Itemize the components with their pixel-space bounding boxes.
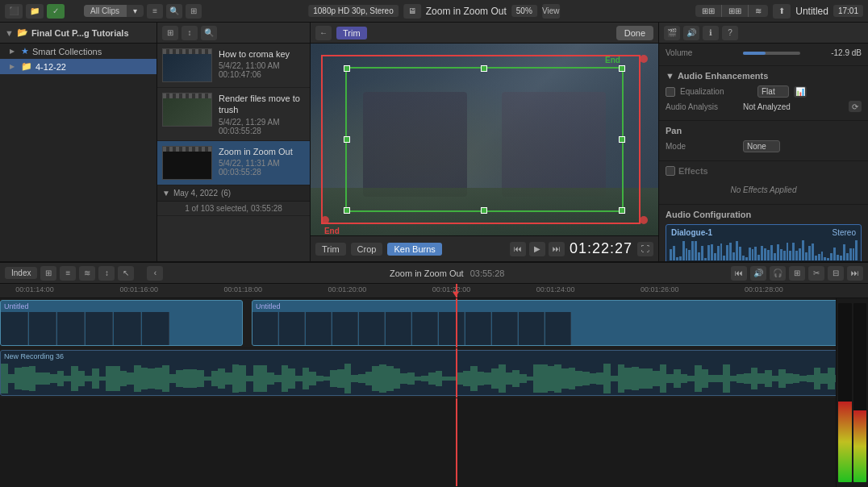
date-group-arrow[interactable]: ▼ bbox=[162, 189, 170, 198]
audio-analysis-row: Audio Analysis Not Analyzed ⟳ bbox=[666, 101, 862, 112]
effects-checkbox[interactable] bbox=[666, 166, 675, 176]
clip-title-0: How to croma key bbox=[219, 48, 305, 60]
inspector-info-btn[interactable]: ℹ bbox=[703, 26, 719, 40]
ruler-label-6: 00:01:26:00 bbox=[641, 285, 679, 293]
fullscreen-btn[interactable]: ⛶ bbox=[637, 242, 653, 256]
clip-item-2[interactable]: Zoom in Zoom Out 5/4/22, 11:31 AM 00:03:… bbox=[157, 141, 310, 185]
tl-btn-4[interactable]: ↕ bbox=[98, 266, 115, 281]
segment-3[interactable]: ≋ bbox=[749, 5, 768, 17]
trim-btn[interactable]: Trim bbox=[315, 243, 346, 256]
clip-duration-0: 00:10:47:06 bbox=[219, 70, 305, 79]
view-btn[interactable]: View bbox=[542, 4, 560, 19]
sidebar-collapse-arrow[interactable]: ▼ bbox=[5, 28, 14, 38]
ruler-label-0: 00:01:14:00 bbox=[15, 285, 54, 293]
segment-1[interactable]: ⊞⊞ bbox=[695, 5, 722, 17]
sidebar-title: Final Cut P...g Tutorials bbox=[31, 28, 129, 38]
tl-vol-btn[interactable]: 🔊 bbox=[750, 266, 766, 281]
top-timecode: 17:01 bbox=[833, 5, 863, 17]
corner-tm[interactable] bbox=[481, 65, 487, 72]
inspector-video-btn[interactable]: 🎬 bbox=[664, 26, 680, 40]
segment-2[interactable]: ⊞⊞ bbox=[722, 5, 749, 17]
mode-select[interactable]: None bbox=[743, 140, 780, 152]
sidebar-item-4-12-22[interactable]: ▶ 📁 4-12-22 bbox=[0, 59, 156, 74]
inspector-audio-btn[interactable]: 🔊 bbox=[683, 26, 699, 40]
search-btn[interactable]: 🔍 bbox=[166, 4, 182, 19]
go-end-btn[interactable]: ⏭ bbox=[549, 242, 565, 256]
clip-info-1: Render files move to trush 5/4/22, 11:29… bbox=[219, 93, 305, 135]
volume-slider[interactable] bbox=[743, 52, 800, 55]
zoom-level[interactable]: 50% bbox=[511, 5, 537, 17]
top-bar-center: 1080p HD 30p, Stereo 🖥 Zoom in Zoom Out … bbox=[308, 4, 560, 19]
eq-select[interactable]: Flat bbox=[757, 85, 789, 98]
clip-item-0[interactable]: How to croma key 5/4/22, 11:00 AM 00:10:… bbox=[157, 44, 310, 88]
timeline-clip-info: Zoom in Zoom Out 03:55:28 bbox=[390, 268, 505, 278]
top-bar-right: ⊞⊞ ⊞⊞ ≋ ⬆ Untitled 17:01 bbox=[695, 4, 863, 19]
media-import-icon[interactable]: 📁 bbox=[26, 4, 44, 19]
filter-control[interactable]: All Clips ▾ bbox=[84, 5, 144, 17]
tl-end-btn[interactable]: ⏭ bbox=[847, 266, 863, 281]
corner-tl[interactable] bbox=[344, 65, 350, 72]
audio-clip-1[interactable]: New Recording 36 bbox=[0, 350, 842, 396]
index-btn[interactable]: Index bbox=[5, 267, 37, 279]
sidebar-item-smart-collections[interactable]: ▶ ★ Smart Collections bbox=[0, 44, 156, 59]
crop-btn[interactable]: Crop bbox=[351, 243, 383, 256]
enhancements-label: Audio Enhancements bbox=[678, 71, 768, 81]
eq-graph-btn[interactable]: 📊 bbox=[794, 86, 807, 98]
video-clip-1[interactable]: Untitled bbox=[0, 300, 243, 346]
clip-info-2: Zoom in Zoom Out 5/4/22, 11:31 AM 00:03:… bbox=[219, 146, 305, 177]
filter-arrow[interactable]: ▾ bbox=[127, 5, 144, 17]
tl-blade-btn[interactable]: ✂ bbox=[808, 266, 824, 281]
grid-btn[interactable]: ⊞ bbox=[186, 4, 202, 19]
clip-info-0: How to croma key 5/4/22, 11:00 AM 00:10:… bbox=[219, 48, 305, 79]
corner-handle-tr-red[interactable] bbox=[640, 55, 648, 63]
video-clip-2[interactable]: Untitled bbox=[252, 300, 850, 346]
eq-checkbox[interactable] bbox=[666, 87, 675, 97]
go-start-btn[interactable]: ⏮ bbox=[510, 242, 526, 256]
enhancements-arrow[interactable]: ▼ bbox=[666, 71, 674, 81]
clip-browser-toolbar: ⊞ ↕ 🔍 bbox=[157, 23, 310, 44]
trim-display-btn[interactable]: Trim bbox=[336, 27, 367, 40]
ken-burns-btn[interactable]: Ken Burns bbox=[387, 243, 441, 256]
playback-controls: ⏮ ▶ ⏭ bbox=[510, 242, 565, 256]
corner-handle-br-red[interactable] bbox=[640, 216, 648, 224]
monitor-icon[interactable]: 🖥 bbox=[403, 4, 421, 19]
tl-btn-2[interactable]: ≡ bbox=[60, 266, 76, 281]
corner-tr[interactable] bbox=[619, 65, 625, 72]
waveform-bars bbox=[666, 238, 861, 260]
corner-lm[interactable] bbox=[344, 136, 350, 143]
play-btn[interactable]: ▶ bbox=[529, 242, 545, 256]
audio-analysis-label: Audio Analysis bbox=[666, 102, 738, 111]
date-group-header: ▼ May 4, 2022 (6) bbox=[157, 185, 310, 202]
tl-zoom-btn[interactable]: ⊟ bbox=[828, 266, 844, 281]
video-track: Untitled Untitled bbox=[0, 298, 868, 348]
tl-btn-1[interactable]: ⊞ bbox=[40, 266, 56, 281]
clip-sort-btn[interactable]: ↕ bbox=[182, 26, 198, 40]
blank-track-playhead bbox=[456, 398, 457, 486]
clip-appearance-btn[interactable]: ≡ bbox=[147, 4, 163, 19]
video-frame: End End bbox=[311, 44, 658, 235]
project-name: Untitled bbox=[795, 6, 828, 17]
corner-handle-bl-red[interactable] bbox=[321, 216, 329, 224]
tl-select-tool[interactable]: ↖ bbox=[118, 266, 134, 281]
tl-snap-btn[interactable]: ⊞ bbox=[789, 266, 805, 281]
library-icon[interactable]: ⬛ bbox=[5, 4, 23, 19]
effects-header: Effects bbox=[666, 166, 862, 176]
clip-item-1[interactable]: Render files move to trush 5/4/22, 11:29… bbox=[157, 88, 310, 141]
clip-view-btn[interactable]: ⊞ bbox=[162, 26, 178, 40]
undo-btn[interactable]: ← bbox=[315, 26, 332, 40]
filter-all-clips[interactable]: All Clips bbox=[84, 5, 127, 17]
approve-icon[interactable]: ✓ bbox=[47, 4, 65, 19]
tl-headphone-btn[interactable]: 🎧 bbox=[770, 266, 786, 281]
audio-analysis-btn[interactable]: ⟳ bbox=[849, 101, 862, 112]
share-icon[interactable]: ⬆ bbox=[773, 4, 791, 19]
clip-filter-btn[interactable]: 🔍 bbox=[201, 26, 217, 40]
stereo-label[interactable]: Stereo bbox=[833, 228, 856, 237]
tl-prev-btn[interactable]: ‹ bbox=[147, 266, 163, 281]
tl-prev-edit[interactable]: ⏮ bbox=[731, 266, 747, 281]
tl-btn-3[interactable]: ≋ bbox=[79, 266, 95, 281]
corner-rm[interactable] bbox=[619, 136, 625, 143]
done-btn[interactable]: Done bbox=[616, 26, 653, 40]
bbox-end-label: End bbox=[605, 56, 620, 65]
inspector-help-btn[interactable]: ? bbox=[722, 26, 738, 40]
audio-clip-label: New Recording 36 bbox=[1, 351, 841, 362]
